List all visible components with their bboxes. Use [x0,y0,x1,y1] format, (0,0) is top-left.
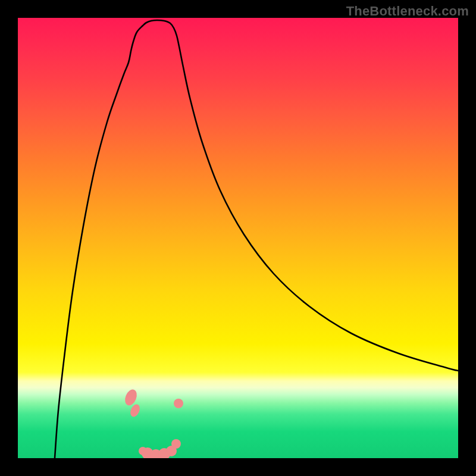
chart-frame: TheBottleneck.com [0,0,476,476]
curve-layer [18,18,458,458]
marker-left-blob-a [123,388,139,408]
watermark-text: TheBottleneck.com [346,4,469,19]
markers-group [123,388,183,458]
bottleneck-curve [55,20,458,458]
marker-m6 [171,439,181,449]
marker-m7 [174,399,183,408]
plot-area [18,18,458,458]
